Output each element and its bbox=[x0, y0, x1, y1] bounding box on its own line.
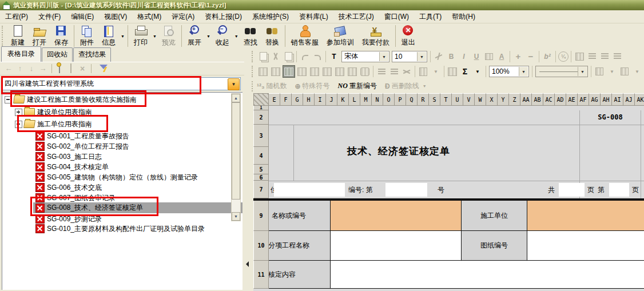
column-header-cell[interactable]: Y bbox=[498, 93, 509, 106]
column-header-cell[interactable]: U bbox=[452, 93, 463, 106]
delete-node-icon[interactable]: × bbox=[77, 63, 88, 74]
menu-item[interactable]: 格式(M) bbox=[132, 10, 166, 23]
column-header-cell[interactable]: AJ bbox=[623, 93, 635, 106]
column-header-cell[interactable]: E bbox=[269, 93, 280, 106]
menu-item[interactable]: 资料上报(D) bbox=[200, 10, 247, 23]
column-header-cell[interactable]: G bbox=[292, 93, 303, 106]
row9-label-cell[interactable]: 名称或编号 bbox=[269, 201, 331, 231]
column-header-cell[interactable]: AE bbox=[566, 93, 578, 106]
pattern-dropdown-arrow[interactable]: ▼ bbox=[430, 66, 442, 77]
tree-item-sg008-selected[interactable]: SG-008_技术、经济签证核定单 bbox=[2, 202, 243, 213]
increase-icon[interactable]: + bbox=[512, 51, 524, 62]
column-header-cell[interactable]: AG bbox=[589, 93, 601, 106]
print-dropdown-arrow[interactable]: ▼ bbox=[153, 34, 157, 38]
save-button[interactable]: 保存 bbox=[50, 23, 72, 49]
tab-search-results[interactable]: 查找结果 bbox=[73, 47, 111, 62]
number-input[interactable] bbox=[385, 183, 427, 197]
row11-value-cell[interactable] bbox=[331, 261, 644, 289]
collapse-dropdown-arrow[interactable]: ▼ bbox=[234, 34, 238, 38]
scroll-up-icon[interactable]: ▲ bbox=[232, 94, 240, 102]
row-header-7[interactable]: 7 bbox=[253, 181, 269, 198]
menu-item[interactable]: 评定(A) bbox=[166, 10, 200, 23]
menu-item[interactable]: 编辑(E) bbox=[66, 10, 99, 23]
nav-right-icon[interactable]: → bbox=[38, 63, 48, 74]
row-header-4[interactable]: 4 bbox=[253, 147, 269, 165]
row9-value-cell[interactable] bbox=[331, 201, 462, 231]
row-header-3[interactable]: 3 bbox=[253, 125, 269, 147]
sheet-corner-cell[interactable] bbox=[253, 93, 269, 106]
find-button[interactable]: 查找 bbox=[240, 23, 261, 49]
column-header-cell[interactable]: AF bbox=[578, 93, 589, 106]
info-dropdown-arrow[interactable]: ▼ bbox=[121, 34, 125, 38]
unit-input[interactable] bbox=[274, 183, 345, 197]
column-header-cell[interactable]: N bbox=[372, 93, 383, 106]
decrease-icon[interactable]: − bbox=[525, 51, 536, 62]
column-header-cell[interactable]: X bbox=[486, 93, 498, 106]
tab-recycle-bin[interactable]: 回收站 bbox=[42, 47, 73, 62]
toolbar-handle[interactable] bbox=[2, 26, 5, 46]
tree-item-sg010[interactable]: SG-010_主要原材料及构配件出厂证明及试验单目录 bbox=[2, 224, 243, 234]
row9-right-value-cell[interactable] bbox=[527, 201, 644, 231]
column-header-cell[interactable]: L bbox=[349, 93, 360, 106]
menu-item[interactable]: 帮助(H) bbox=[447, 10, 480, 23]
row-header-6[interactable]: 6 bbox=[253, 174, 269, 181]
nav-down-icon[interactable]: ↓ bbox=[26, 63, 37, 74]
tree-item-sg005[interactable]: SG-005_建筑物（构筑物）定位（放线）测量记录 bbox=[2, 172, 243, 182]
column-header-cell[interactable]: S bbox=[429, 93, 440, 106]
row-header-9[interactable]: 9 bbox=[253, 201, 269, 231]
column-header-cell[interactable]: H bbox=[303, 93, 315, 106]
row10-label-cell[interactable]: 分项工程名称 bbox=[269, 231, 331, 261]
tab-table-catalog[interactable]: 表格目录 bbox=[1, 46, 41, 62]
menu-item[interactable]: 窗口(W) bbox=[379, 10, 414, 23]
column-header-cell[interactable]: Z bbox=[509, 93, 520, 106]
tree-item-sg002[interactable]: SG-002_单位工程开工报告 bbox=[2, 141, 243, 152]
renumber-tool[interactable]: NO重新编号 bbox=[338, 81, 377, 91]
column-header-cell[interactable]: AC bbox=[543, 93, 555, 106]
info-button[interactable]: 信息 bbox=[98, 23, 120, 49]
scroll-down-icon[interactable]: ▼ bbox=[232, 212, 240, 221]
column-header-cell[interactable]: M bbox=[360, 93, 372, 106]
tree-item-sg009[interactable]: SG-009_抄测记录 bbox=[2, 214, 243, 224]
menu-item[interactable]: 视图(V) bbox=[99, 10, 132, 23]
row10-right-label-cell[interactable]: 图纸编号 bbox=[462, 231, 527, 261]
column-header-cell[interactable]: AA bbox=[520, 93, 532, 106]
open-button[interactable]: 打开 bbox=[29, 23, 50, 49]
nav-up-icon[interactable]: ↑ bbox=[15, 63, 25, 74]
fill-color-dropdown-arrow[interactable]: ▼ bbox=[631, 66, 643, 77]
page-number-input[interactable] bbox=[609, 183, 629, 197]
combobox-dropdown-button[interactable]: ▼ bbox=[228, 78, 240, 90]
collapse-panel-arrow-icon[interactable] bbox=[246, 261, 249, 267]
expand-dropdown-arrow[interactable]: ▼ bbox=[206, 34, 210, 38]
scrollbar-thumb[interactable] bbox=[232, 102, 240, 200]
tree-item-sg007[interactable]: SG-007_图纸会审记录 bbox=[2, 193, 243, 203]
new-button[interactable]: 新建 bbox=[7, 23, 29, 49]
catalog-combobox[interactable]: 四川省建筑工程资料管理系统 ▼ bbox=[2, 77, 241, 90]
row-header-2[interactable]: 2 bbox=[253, 110, 269, 125]
border-color-dropdown-arrow[interactable]: ▼ bbox=[606, 66, 618, 77]
row-header-1[interactable]: 1 bbox=[253, 106, 269, 110]
collapse-expander-icon[interactable] bbox=[5, 96, 12, 103]
tree-scrollbar[interactable]: ▲ ▼ bbox=[231, 93, 241, 221]
column-header-cell[interactable]: F bbox=[280, 93, 292, 106]
menu-item[interactable]: 工程(P) bbox=[0, 10, 33, 23]
total-pages-input[interactable] bbox=[559, 183, 585, 197]
column-header-cell[interactable]: V bbox=[463, 93, 475, 106]
form-code-cell[interactable]: SG-008 bbox=[580, 113, 641, 121]
sales-service-button[interactable]: 销售客服 bbox=[287, 23, 323, 49]
column-header-cell[interactable]: K bbox=[337, 93, 349, 106]
row10-right-value-cell[interactable] bbox=[527, 231, 644, 261]
zoom-select[interactable]: 100%▼ bbox=[489, 66, 529, 77]
collapse-button[interactable]: −收起 bbox=[212, 23, 233, 49]
column-header-cell[interactable]: AB bbox=[532, 93, 543, 106]
column-header-cell[interactable]: AD bbox=[555, 93, 566, 106]
payment-button[interactable]: 我要付款 bbox=[358, 23, 393, 49]
column-header-cell[interactable]: P bbox=[395, 93, 406, 106]
tree-item-sg004[interactable]: SG-004_技术核定单 bbox=[2, 162, 243, 172]
menu-item[interactable]: 资料库(L) bbox=[294, 10, 333, 23]
print-button[interactable]: 打印 bbox=[130, 23, 152, 49]
font-select[interactable]: 宋体▼ bbox=[341, 51, 389, 62]
row10-value-cell[interactable] bbox=[331, 231, 462, 261]
column-header-cell[interactable]: T bbox=[440, 93, 452, 106]
new-node-icon[interactable] bbox=[54, 63, 65, 74]
column-header-cell[interactable]: W bbox=[475, 93, 486, 106]
